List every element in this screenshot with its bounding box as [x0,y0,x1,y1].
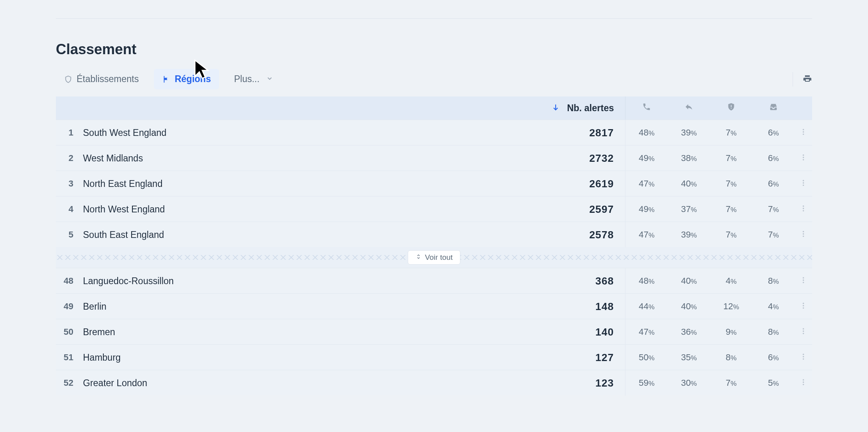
row-pct-reply: 39% [668,230,710,240]
row-rank: 48 [56,276,80,286]
table-row[interactable]: 48Languedoc-Roussillon36848%40%4%8% [56,268,812,293]
print-icon [803,74,812,85]
svg-point-20 [803,307,804,308]
row-value: 2597 [545,203,625,216]
expand-icon [415,253,422,262]
table-row[interactable]: 49Berlin14844%40%12%4% [56,293,812,319]
svg-point-12 [803,231,804,232]
more-vertical-icon [799,301,807,312]
tab-more[interactable]: Plus... [226,69,281,89]
svg-point-27 [803,379,804,380]
row-pct-inbox: 6% [752,153,795,163]
row-pct-reply: 37% [668,204,710,214]
more-vertical-icon [799,128,807,138]
row-pct-alert: 7% [710,378,752,388]
table-row[interactable]: 4North West England259749%37%7%7% [56,196,812,222]
row-pct-reply: 40% [668,179,710,189]
print-button[interactable] [803,74,812,85]
row-more-button[interactable] [795,352,812,363]
svg-point-9 [803,205,804,206]
table-row[interactable]: 52Greater London12359%30%7%5% [56,370,812,395]
row-value: 2578 [545,229,625,241]
reply-icon [685,102,693,114]
shield-icon [64,75,73,84]
row-more-button[interactable] [795,128,812,138]
row-pct-alert: 7% [710,179,752,189]
phone-icon [642,102,651,114]
tab-label: Plus... [234,74,260,84]
table-row[interactable]: 3North East England261947%40%7%6% [56,171,812,196]
row-more-button[interactable] [795,204,812,215]
row-pct-reply: 38% [668,153,710,163]
svg-point-13 [803,233,804,234]
svg-point-19 [803,305,804,306]
row-name: West Midlands [80,153,545,164]
row-more-button[interactable] [795,230,812,240]
row-pct-inbox: 7% [752,204,795,214]
row-pct-alert: 9% [710,327,752,337]
expand-all-button[interactable]: Voir tout [408,250,460,265]
row-pct-phone: 47% [625,327,668,337]
svg-point-0 [803,129,804,130]
tab-establishments[interactable]: Établissements [56,69,147,89]
row-value: 368 [545,275,625,287]
svg-point-17 [803,282,804,283]
column-header-reply[interactable] [668,102,710,114]
row-pct-phone: 44% [625,301,668,312]
row-value: 148 [545,300,625,313]
tab-group: Établissements Régions Plus... [56,69,281,89]
row-more-button[interactable] [795,301,812,312]
row-pct-inbox: 6% [752,352,795,363]
svg-point-18 [803,302,804,304]
row-more-button[interactable] [795,327,812,338]
column-header-phone[interactable] [625,102,668,114]
row-name: North East England [80,179,545,189]
sort-desc-icon [552,103,560,114]
ranking-table: Nb. alertes [56,96,812,395]
row-rank: 1 [56,128,80,138]
table-row[interactable]: 2West Midlands273249%38%7%6% [56,145,812,171]
row-pct-phone: 59% [625,378,668,388]
row-pct-alert: 7% [710,230,752,240]
row-rank: 4 [56,204,80,214]
table-row[interactable]: 1South West England281748%39%7%6% [56,120,812,145]
more-vertical-icon [799,204,807,215]
row-rank: 2 [56,153,80,163]
row-pct-reply: 40% [668,301,710,312]
row-name: Bremen [80,327,545,338]
row-more-button[interactable] [795,153,812,164]
row-pct-inbox: 7% [752,230,795,240]
row-name: North West England [80,204,545,215]
column-header-inbox[interactable] [752,102,795,114]
row-pct-alert: 7% [710,153,752,163]
column-header-alert[interactable] [710,102,752,114]
top-divider [56,18,812,19]
inbox-icon [769,102,778,114]
row-rank: 51 [56,352,80,363]
column-label: Nb. alertes [567,103,614,114]
tab-regions[interactable]: Régions [154,69,219,89]
row-pct-phone: 47% [625,230,668,240]
svg-point-21 [803,328,804,329]
column-header-alerts[interactable]: Nb. alertes [545,103,625,114]
row-rank: 3 [56,179,80,189]
row-more-button[interactable] [795,378,812,389]
alert-shield-icon [727,102,736,114]
row-more-button[interactable] [795,179,812,189]
row-name: South East England [80,230,545,240]
row-name: Greater London [80,378,545,389]
row-pct-inbox: 8% [752,276,795,286]
svg-point-8 [803,185,804,186]
row-pct-alert: 8% [710,352,752,363]
row-rank: 50 [56,327,80,337]
table-row[interactable]: 51Hamburg12750%35%8%6% [56,344,812,370]
table-row[interactable]: 50Bremen14047%36%9%8% [56,319,812,344]
row-pct-phone: 49% [625,204,668,214]
row-pct-alert: 7% [710,204,752,214]
flag-icon [162,75,171,84]
row-pct-inbox: 6% [752,128,795,138]
table-row[interactable]: 5South East England257847%39%7%7% [56,222,812,247]
row-name: Berlin [80,301,545,312]
row-more-button[interactable] [795,276,812,287]
row-pct-inbox: 8% [752,327,795,337]
